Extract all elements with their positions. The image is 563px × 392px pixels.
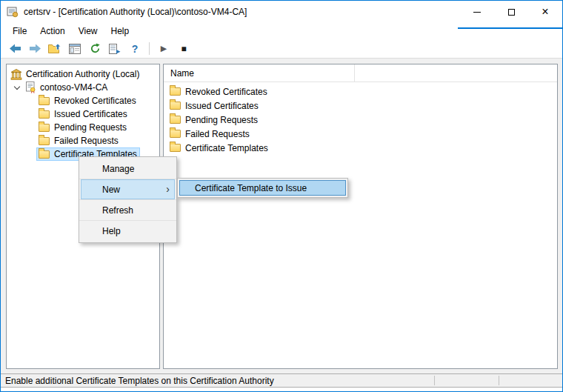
statusbar-divider	[499, 376, 499, 385]
window-title: certsrv - [Certification Authority (Loca…	[24, 7, 247, 17]
folder-icon	[170, 116, 181, 124]
refresh-icon[interactable]	[87, 41, 102, 56]
menu-item-label: Refresh	[102, 205, 133, 216]
menu-bar: File Action View Help	[1, 23, 562, 39]
tree-item-revoked-certificates[interactable]: Revoked Certificates	[7, 94, 159, 107]
status-bar: Enable additional Certificate Templates …	[1, 373, 562, 388]
stop-service-icon[interactable]: ■	[176, 41, 191, 56]
export-list-icon[interactable]	[107, 41, 122, 56]
list-item-certificate-templates[interactable]: Certificate Templates	[164, 141, 557, 155]
result-list-pane: Name Revoked Certificates Issued Certifi…	[163, 64, 558, 369]
list-item-label: Pending Requests	[185, 115, 258, 125]
tree-item-label: Certification Authority (Local)	[26, 69, 139, 79]
list-item-label: Issued Certificates	[185, 101, 259, 111]
list-item-label: Failed Requests	[185, 129, 250, 139]
column-divider[interactable]	[354, 64, 355, 82]
list-rows: Revoked Certificates Issued Certificates…	[164, 82, 557, 155]
folder-icon	[39, 110, 50, 119]
menu-item-label: Manage	[102, 164, 134, 174]
tree-item-label: Revoked Certificates	[54, 96, 136, 106]
maximize-icon	[508, 9, 515, 16]
authority-icon	[10, 69, 22, 80]
close-button[interactable]: ×	[528, 1, 562, 23]
tree-item-issued-certificates[interactable]: Issued Certificates	[7, 107, 159, 121]
folder-icon	[39, 124, 50, 132]
tree-item-failed-requests[interactable]: Failed Requests	[7, 134, 159, 147]
chevron-down-icon[interactable]	[14, 83, 20, 89]
context-menu-item-manage[interactable]: Manage	[79, 159, 176, 179]
list-item-revoked-certificates[interactable]: Revoked Certificates	[164, 84, 557, 99]
certsrv-window: certsrv - [Certification Authority (Loca…	[0, 0, 563, 392]
minimize-icon	[473, 12, 481, 13]
certsrv-app-icon	[7, 6, 19, 18]
tree-item-label: Pending Requests	[54, 122, 127, 133]
toolbar-separator	[149, 42, 150, 55]
menu-item-label: Help	[102, 226, 121, 236]
title-bar: certsrv - [Certification Authority (Loca…	[1, 1, 562, 23]
new-submenu: Certificate Template to Issue	[177, 178, 348, 198]
close-icon: ×	[542, 6, 548, 18]
statusbar-divider	[434, 376, 435, 385]
context-menu-item-new[interactable]: New ›	[79, 179, 176, 199]
context-menu-item-help[interactable]: Help	[79, 221, 176, 241]
start-service-icon[interactable]: ▶	[156, 41, 171, 56]
folder-icon	[39, 137, 50, 145]
folder-icon	[170, 130, 181, 138]
tree-item-label: Failed Requests	[54, 136, 119, 146]
list-item-label: Revoked Certificates	[185, 87, 267, 97]
submenu-item-certificate-template-to-issue[interactable]: Certificate Template to Issue	[179, 180, 346, 196]
minimize-button[interactable]	[460, 1, 494, 23]
status-text: Enable additional Certificate Templates …	[5, 376, 274, 386]
context-menu: Manage New › Refresh Help	[79, 156, 177, 243]
back-icon[interactable]	[7, 41, 22, 56]
list-item-issued-certificates[interactable]: Issued Certificates	[164, 99, 557, 113]
list-item-label: Certificate Templates	[185, 143, 268, 153]
toolbar: ? ▶ ■	[1, 39, 562, 59]
folder-icon	[39, 150, 50, 159]
tree-item-certification-authority[interactable]: Certification Authority (Local)	[7, 67, 159, 81]
window-controls: ×	[460, 1, 562, 23]
menu-action[interactable]: Action	[33, 24, 71, 39]
menu-help[interactable]: Help	[104, 24, 136, 39]
folder-icon	[170, 144, 181, 152]
list-item-pending-requests[interactable]: Pending Requests	[164, 113, 557, 127]
submenu-item-label: Certificate Template to Issue	[195, 183, 307, 193]
tree-item-contoso-vm4-ca[interactable]: contoso-VM4-CA	[7, 81, 159, 94]
console-window-icon[interactable]	[67, 41, 82, 56]
tree-item-label: contoso-VM4-CA	[40, 82, 107, 93]
menu-item-label: New	[102, 185, 120, 195]
column-header-name: Name	[170, 68, 194, 79]
ca-certificate-icon	[25, 82, 36, 93]
forward-icon[interactable]	[27, 41, 42, 56]
menu-file[interactable]: File	[6, 24, 33, 39]
list-item-failed-requests[interactable]: Failed Requests	[164, 127, 557, 141]
folder-icon	[170, 102, 181, 110]
list-column-header[interactable]: Name	[164, 64, 557, 82]
up-level-icon[interactable]	[47, 41, 62, 56]
accent-line	[458, 27, 562, 29]
context-menu-item-refresh[interactable]: Refresh	[79, 200, 176, 220]
folder-icon	[170, 87, 181, 96]
folder-icon	[39, 97, 50, 105]
submenu-arrow-icon: ›	[166, 183, 170, 195]
tree-item-label: Issued Certificates	[54, 109, 127, 119]
tree-item-pending-requests[interactable]: Pending Requests	[7, 121, 159, 134]
menu-view[interactable]: View	[72, 24, 104, 39]
maximize-button[interactable]	[494, 1, 528, 23]
help-icon[interactable]: ?	[127, 41, 142, 56]
